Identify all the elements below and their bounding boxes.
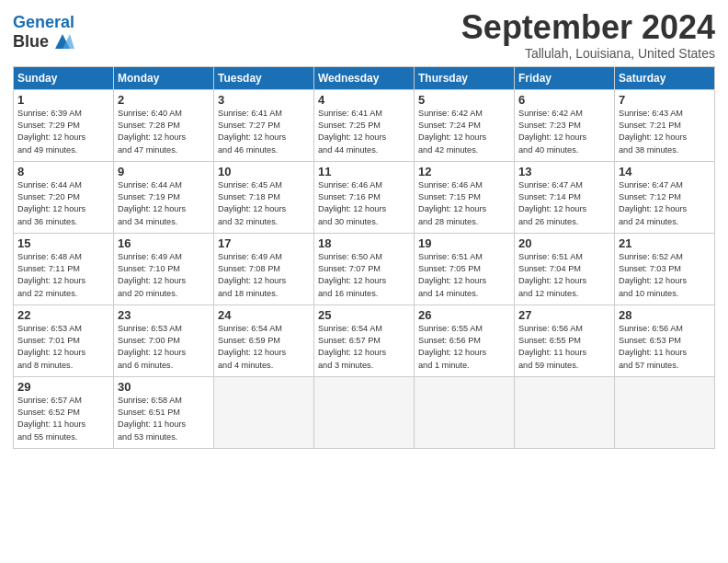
sunset-text: Sunset: 6:52 PM	[17, 408, 80, 417]
day-number: 5	[418, 93, 510, 107]
calendar-cell: 13Sunrise: 6:47 AMSunset: 7:14 PMDayligh…	[515, 161, 615, 233]
sunset-text: Sunset: 7:29 PM	[17, 121, 80, 130]
daylight-cont: and 20 minutes.	[118, 289, 177, 298]
title-block: September 2024 Tallulah, Louisiana, Unit…	[461, 9, 715, 61]
calendar-cell: 12Sunrise: 6:46 AMSunset: 7:15 PMDayligh…	[415, 161, 515, 233]
day-info: Sunrise: 6:40 AMSunset: 7:28 PMDaylight:…	[118, 108, 210, 156]
sunset-text: Sunset: 7:27 PM	[218, 121, 280, 130]
calendar-cell: 19Sunrise: 6:51 AMSunset: 7:05 PMDayligh…	[415, 233, 515, 304]
day-info: Sunrise: 6:57 AMSunset: 6:52 PMDaylight:…	[17, 395, 109, 443]
daylight-text: Daylight: 11 hours	[619, 348, 687, 357]
day-info: Sunrise: 6:53 AMSunset: 7:00 PMDaylight:…	[118, 323, 210, 372]
day-info: Sunrise: 6:47 AMSunset: 7:12 PMDaylight:…	[619, 179, 711, 228]
day-number: 26	[418, 308, 510, 322]
sunrise-text: Sunrise: 6:57 AM	[17, 396, 82, 405]
daylight-text: Daylight: 11 hours	[17, 419, 85, 429]
sunset-text: Sunset: 7:16 PM	[318, 192, 381, 201]
sunrise-text: Sunrise: 6:44 AM	[17, 180, 82, 190]
day-number: 6	[518, 93, 610, 107]
daylight-cont: and 12 minutes.	[518, 289, 578, 298]
day-info: Sunrise: 6:56 AMSunset: 6:53 PMDaylight:…	[619, 323, 711, 372]
day-number: 18	[318, 236, 410, 250]
location: Tallulah, Louisiana, United States	[461, 46, 715, 61]
logo-icon	[51, 32, 74, 52]
daylight-cont: and 6 minutes.	[118, 361, 173, 370]
week-row-1: 1Sunrise: 6:39 AMSunset: 7:29 PMDaylight…	[14, 89, 715, 161]
calendar-cell: 4Sunrise: 6:41 AMSunset: 7:25 PMDaylight…	[314, 89, 415, 161]
daylight-text: Daylight: 12 hours	[518, 204, 586, 213]
sunrise-text: Sunrise: 6:48 AM	[17, 252, 82, 261]
calendar-table: SundayMondayTuesdayWednesdayThursdayFrid…	[13, 66, 715, 449]
sunset-text: Sunset: 7:10 PM	[118, 264, 180, 273]
daylight-text: Daylight: 12 hours	[318, 276, 386, 285]
day-info: Sunrise: 6:54 AMSunset: 6:59 PMDaylight:…	[218, 323, 310, 372]
daylight-text: Daylight: 12 hours	[318, 204, 386, 213]
calendar-cell: 24Sunrise: 6:54 AMSunset: 6:59 PMDayligh…	[214, 304, 314, 376]
day-number: 16	[118, 236, 210, 250]
daylight-text: Daylight: 12 hours	[619, 204, 687, 213]
day-info: Sunrise: 6:41 AMSunset: 7:27 PMDaylight:…	[218, 108, 310, 156]
sunset-text: Sunset: 7:04 PM	[518, 264, 581, 273]
calendar-cell: 26Sunrise: 6:55 AMSunset: 6:56 PMDayligh…	[415, 304, 515, 376]
day-number: 14	[619, 165, 711, 178]
calendar-cell: 15Sunrise: 6:48 AMSunset: 7:11 PMDayligh…	[14, 233, 114, 304]
sunrise-text: Sunrise: 6:53 AM	[118, 324, 182, 333]
sunrise-text: Sunrise: 6:56 AM	[619, 324, 683, 333]
calendar-cell: 22Sunrise: 6:53 AMSunset: 7:01 PMDayligh…	[14, 304, 114, 376]
sunrise-text: Sunrise: 6:39 AM	[17, 109, 82, 118]
day-info: Sunrise: 6:55 AMSunset: 6:56 PMDaylight:…	[418, 323, 510, 372]
day-number: 9	[118, 165, 210, 178]
day-info: Sunrise: 6:41 AMSunset: 7:25 PMDaylight:…	[318, 108, 410, 156]
daylight-text: Daylight: 12 hours	[118, 348, 186, 357]
calendar-cell: 23Sunrise: 6:53 AMSunset: 7:00 PMDayligh…	[114, 304, 214, 376]
day-number: 15	[17, 236, 109, 250]
sunset-text: Sunset: 7:07 PM	[318, 264, 381, 273]
day-number: 3	[218, 93, 310, 107]
sunset-text: Sunset: 7:05 PM	[418, 264, 481, 273]
sunrise-text: Sunrise: 6:55 AM	[418, 324, 483, 333]
daylight-cont: and 38 minutes.	[619, 145, 678, 155]
daylight-cont: and 47 minutes.	[118, 145, 177, 155]
daylight-cont: and 40 minutes.	[518, 145, 578, 155]
day-info: Sunrise: 6:42 AMSunset: 7:24 PMDaylight:…	[418, 108, 510, 156]
sunrise-text: Sunrise: 6:53 AM	[17, 324, 82, 333]
daylight-text: Daylight: 12 hours	[418, 204, 486, 213]
sunrise-text: Sunrise: 6:44 AM	[118, 180, 182, 190]
day-info: Sunrise: 6:58 AMSunset: 6:51 PMDaylight:…	[118, 395, 210, 443]
sunrise-text: Sunrise: 6:42 AM	[418, 109, 483, 118]
daylight-cont: and 8 minutes.	[17, 361, 73, 370]
daylight-text: Daylight: 12 hours	[318, 132, 386, 142]
sunset-text: Sunset: 6:59 PM	[218, 336, 280, 345]
daylight-cont: and 42 minutes.	[418, 145, 478, 155]
sunrise-text: Sunrise: 6:42 AM	[518, 109, 583, 118]
sunset-text: Sunset: 6:55 PM	[518, 336, 581, 345]
day-number: 2	[118, 93, 210, 107]
sunrise-text: Sunrise: 6:49 AM	[218, 252, 282, 261]
day-number: 11	[318, 165, 410, 178]
daylight-cont: and 16 minutes.	[318, 289, 378, 298]
daylight-text: Daylight: 12 hours	[218, 276, 286, 285]
day-number: 7	[619, 93, 711, 107]
calendar-cell: 7Sunrise: 6:43 AMSunset: 7:21 PMDaylight…	[615, 89, 715, 161]
sunset-text: Sunset: 7:24 PM	[418, 121, 481, 130]
daylight-cont: and 36 minutes.	[17, 217, 77, 226]
calendar-cell: 16Sunrise: 6:49 AMSunset: 7:10 PMDayligh…	[114, 233, 214, 304]
sunset-text: Sunset: 6:51 PM	[118, 408, 180, 417]
daylight-text: Daylight: 11 hours	[118, 419, 186, 429]
calendar-cell	[314, 376, 415, 448]
calendar-cell: 17Sunrise: 6:49 AMSunset: 7:08 PMDayligh…	[214, 233, 314, 304]
day-number: 20	[518, 236, 610, 250]
daylight-text: Daylight: 12 hours	[318, 348, 386, 357]
daylight-text: Daylight: 12 hours	[218, 348, 286, 357]
daylight-cont: and 14 minutes.	[418, 289, 478, 298]
sunrise-text: Sunrise: 6:41 AM	[318, 109, 382, 118]
day-info: Sunrise: 6:42 AMSunset: 7:23 PMDaylight:…	[518, 108, 610, 156]
logo-blue: Blue	[13, 32, 49, 52]
day-info: Sunrise: 6:52 AMSunset: 7:03 PMDaylight:…	[619, 251, 711, 300]
day-number: 8	[17, 165, 109, 178]
calendar-cell	[214, 376, 314, 448]
calendar-cell	[615, 376, 715, 448]
sunset-text: Sunset: 7:25 PM	[318, 121, 381, 130]
weekday-header-row: SundayMondayTuesdayWednesdayThursdayFrid…	[14, 66, 715, 89]
calendar-cell: 8Sunrise: 6:44 AMSunset: 7:20 PMDaylight…	[14, 161, 114, 233]
